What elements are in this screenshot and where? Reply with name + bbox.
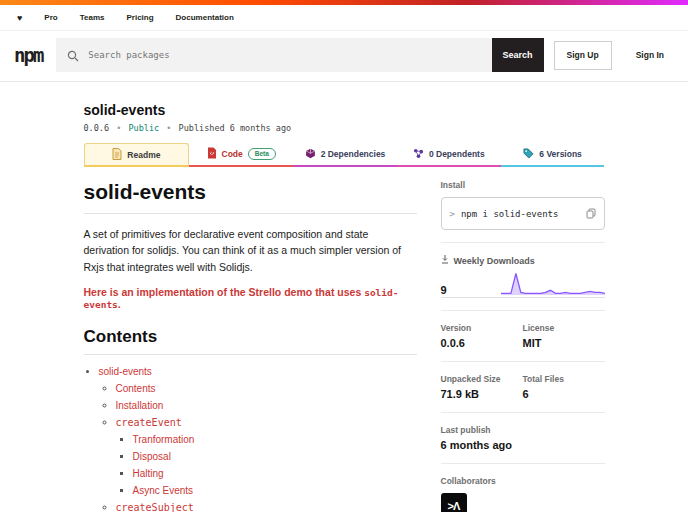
weekly-downloads-value: 9	[441, 284, 447, 296]
install-command: npm i solid-events	[461, 209, 580, 219]
heart-icon[interactable]: ♥	[17, 13, 22, 23]
version-label: Version	[441, 323, 523, 333]
toc-item: createSubjectcreateAsyncSubjectcreateSub…	[116, 501, 417, 512]
toc-item: Disposal	[133, 450, 417, 463]
tab-readme[interactable]: Readme	[84, 143, 190, 167]
toc-item: Tranformation	[133, 433, 417, 446]
npm-logo[interactable]: npm	[14, 46, 42, 65]
toc-link[interactable]: Disposal	[133, 451, 171, 462]
nav-link-pro[interactable]: Pro	[44, 13, 57, 22]
readme-title: solid-events	[84, 180, 417, 214]
search-input[interactable]	[56, 38, 491, 72]
package-published: Published 6 months ago	[179, 123, 292, 133]
toc-link[interactable]: createSubject	[116, 502, 194, 512]
toc-link[interactable]: solid-events	[99, 366, 152, 377]
version-value: 0.0.6	[441, 337, 523, 349]
collaborators-label: Collaborators	[441, 476, 605, 486]
code-file-icon	[207, 147, 217, 161]
beta-badge: Beta	[248, 148, 276, 160]
search-icon	[67, 48, 79, 66]
readme-file-icon	[112, 148, 122, 162]
dependents-network-icon	[413, 148, 424, 161]
tab-code[interactable]: Code Beta	[189, 143, 293, 167]
package-name: solid-events	[84, 102, 605, 118]
toc-item: Installation	[116, 399, 417, 412]
toc-item: Async Events	[133, 484, 417, 497]
search-form: Search	[56, 38, 543, 72]
readme-strello-link: Here is an implementation of the Strello…	[84, 286, 417, 310]
package-sidebar: Install > npm i solid-events Weekly Down…	[441, 180, 605, 512]
unpacked-size-value: 71.9 kB	[441, 388, 523, 400]
toc-item: Halting	[133, 467, 417, 480]
toc-link[interactable]: Installation	[116, 400, 164, 411]
search-button[interactable]: Search	[492, 38, 544, 72]
strello-demo-link[interactable]: Here is an implementation of the Strello…	[84, 286, 362, 298]
toc-link[interactable]: Contents	[116, 383, 156, 394]
last-publish-value: 6 months ago	[441, 439, 605, 451]
toc-link[interactable]: Async Events	[133, 485, 194, 496]
readme-pane: solid-events A set of primitives for dec…	[84, 180, 417, 512]
nav-link-documentation[interactable]: Documentation	[176, 13, 234, 22]
weekly-downloads-row: 9	[441, 270, 605, 298]
toc-item: Contents	[116, 382, 417, 395]
unpacked-size-label: Unpacked Size	[441, 374, 523, 384]
total-files-value: 6	[523, 388, 605, 400]
table-of-contents: solid-eventsContentsInstallationcreateEv…	[84, 365, 417, 512]
package-visibility: Public	[128, 123, 159, 133]
sign-in-button[interactable]: Sign In	[626, 41, 674, 70]
package-version: 0.0.6	[84, 123, 110, 133]
collaborator-avatar[interactable]: >Λ	[441, 493, 467, 512]
toc-item: createEventTranformationDisposalHaltingA…	[116, 416, 417, 497]
versions-tag-icon	[523, 148, 534, 161]
total-files-label: Total Files	[523, 374, 605, 384]
copy-icon[interactable]	[586, 204, 596, 223]
package-meta: 0.0.6 • Public • Published 6 months ago	[84, 123, 605, 133]
download-icon	[441, 255, 449, 266]
dependencies-cube-icon	[305, 148, 316, 161]
toc-link[interactable]: Tranformation	[133, 434, 195, 445]
contents-heading: Contents	[84, 327, 417, 355]
downloads-sparkline-chart	[501, 270, 605, 296]
install-label: Install	[441, 180, 605, 190]
license-label: License	[523, 323, 605, 333]
install-command-box[interactable]: > npm i solid-events	[441, 197, 605, 230]
toc-item: solid-eventsContentsInstallationcreateEv…	[99, 365, 417, 512]
tab-dependencies[interactable]: 2 Dependencies	[293, 143, 397, 167]
tab-bar: Readme Code Beta 2 Dependencies 0 Depend…	[84, 143, 605, 167]
license-value: MIT	[523, 337, 605, 349]
sign-up-button[interactable]: Sign Up	[554, 41, 612, 70]
top-nav: ♥ Pro Teams Pricing Documentation	[0, 5, 688, 31]
tab-dependents[interactable]: 0 Dependents	[397, 143, 501, 167]
weekly-downloads-label: Weekly Downloads	[454, 256, 535, 266]
tab-versions[interactable]: 6 Versions	[501, 143, 605, 167]
toc-link[interactable]: Halting	[133, 468, 164, 479]
nav-link-teams[interactable]: Teams	[80, 13, 105, 22]
last-publish-label: Last publish	[441, 425, 605, 435]
toc-link[interactable]: createEvent	[116, 417, 182, 428]
prompt-icon: >	[450, 209, 455, 219]
nav-link-pricing[interactable]: Pricing	[126, 13, 153, 22]
readme-description: A set of primitives for declarative even…	[84, 226, 417, 275]
search-header: npm Search Sign Up Sign In	[0, 31, 688, 82]
